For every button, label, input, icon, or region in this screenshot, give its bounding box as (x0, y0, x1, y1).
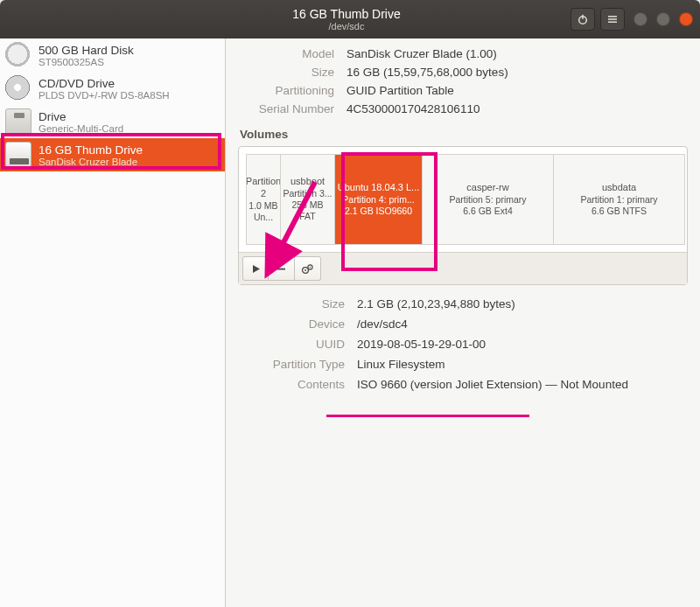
main-panel: Model SanDisk Cruzer Blade (1.00) Size 1… (226, 38, 700, 607)
device-sub: SanDisk Cruzer Blade (38, 157, 218, 167)
label-device: Device (242, 317, 345, 331)
annotation-underline-contents (326, 415, 529, 417)
cd-icon (5, 75, 32, 101)
titlebar: 16 GB Thumb Drive /dev/sdc (0, 0, 700, 38)
window-title: 16 GB Thumb Drive (122, 7, 570, 21)
window-subtitle: /dev/sdc (122, 21, 570, 32)
label-ptype: Partition Type (242, 358, 345, 371)
device-title: 16 GB Thumb Drive (38, 143, 218, 157)
device-sidebar: 500 GB Hard Disk ST9500325AS CD/DVD Driv… (0, 38, 226, 607)
label-model: Model (238, 47, 334, 60)
partition-fs: 2.1 GB ISO9660 (345, 206, 412, 217)
sidebar-device-hdd[interactable]: 500 GB Hard Disk ST9500325AS (0, 38, 225, 72)
value-vsize: 2.1 GB (2,10,23,94,880 bytes) (357, 297, 684, 310)
hdd-icon (5, 42, 32, 68)
value-serial: 4C530000170428106110 (346, 102, 688, 115)
device-sub: PLDS DVD+/-RW DS-8A8SH (38, 90, 218, 101)
value-contents: ISO 9660 (version Joliet Extension) — No… (357, 378, 684, 391)
value-device: /dev/sdc4 (357, 317, 684, 331)
close-button[interactable] (679, 12, 693, 26)
value-partitioning: GUID Partition Table (346, 84, 688, 97)
partition-name: casper-rw (466, 182, 508, 194)
menu-button[interactable] (600, 8, 625, 31)
svg-rect-3 (608, 18, 617, 20)
minimize-button[interactable] (634, 12, 648, 26)
partition-detail: Partition 4: prim... (342, 194, 414, 206)
value-uuid: 2019-08-05-19-29-01-00 (357, 338, 684, 351)
sidebar-device-cd[interactable]: CD/DVD Drive PLDS DVD+/-RW DS-8A8SH (0, 72, 225, 105)
maximize-button[interactable] (656, 12, 670, 26)
label-partitioning: Partitioning (238, 84, 334, 97)
disk-properties: Model SanDisk Cruzer Blade (1.00) Size 1… (238, 47, 688, 115)
volumes-heading: Volumes (240, 128, 688, 141)
volume-properties: Size 2.1 GB (2,10,23,94,880 bytes) Devic… (242, 297, 684, 391)
partition-block[interactable]: casper-rwPartition 5: primary6.6 GB Ext4 (423, 154, 554, 245)
partition-detail: Partition 1: primary (580, 194, 657, 206)
card-reader-icon (5, 108, 32, 135)
label-serial: Serial Number (238, 102, 334, 115)
partition-name: Ubuntu 18.04.3 L... (338, 182, 420, 194)
value-size: 16 GB (15,59,75,68,000 bytes) (346, 66, 688, 79)
partition-name: usbdata (602, 182, 636, 194)
sidebar-device-multicard[interactable]: Drive Generic-Multi-Card (0, 105, 225, 138)
value-model: SanDisk Cruzer Blade (1.00) (346, 47, 688, 60)
svg-rect-2 (608, 16, 617, 17)
sidebar-device-thumbdrive[interactable]: 16 GB Thumb Drive SanDisk Cruzer Blade (0, 138, 225, 171)
label-size: Size (238, 66, 334, 79)
partition-block[interactable]: Ubuntu 18.04.3 L...Partition 4: prim...2… (335, 154, 423, 245)
device-title: CD/DVD Drive (38, 77, 218, 90)
label-contents: Contents (242, 378, 345, 391)
power-button[interactable] (570, 8, 595, 31)
svg-rect-4 (608, 21, 617, 23)
partition-detail: Partition 5: primary (449, 194, 526, 206)
partition-fs: 6.6 GB Ext4 (463, 206, 513, 217)
value-ptype: Linux Filesystem (357, 358, 684, 371)
svg-rect-1 (582, 15, 584, 19)
partition-block[interactable]: usbdataPartition 1: primary6.6 GB NTFS (554, 154, 685, 245)
annotation-arrow (254, 173, 324, 287)
device-title: Drive (38, 110, 218, 123)
label-uuid: UUID (242, 338, 345, 351)
device-sub: Generic-Multi-Card (38, 123, 218, 134)
device-sub: ST9500325AS (38, 57, 218, 67)
thumb-drive-icon (5, 142, 32, 168)
label-vsize: Size (242, 297, 345, 310)
device-title: 500 GB Hard Disk (38, 44, 218, 57)
partition-fs: 6.6 GB NTFS (592, 206, 647, 217)
svg-line-12 (270, 182, 315, 269)
